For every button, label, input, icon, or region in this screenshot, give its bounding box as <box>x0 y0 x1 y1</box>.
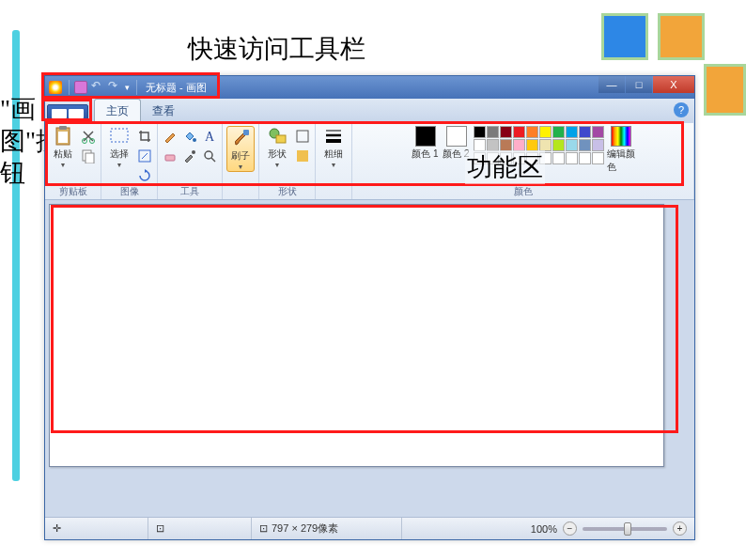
rotate-button[interactable] <box>136 167 153 184</box>
save-icon[interactable] <box>74 81 87 94</box>
brush-label: 刷子 <box>231 149 250 163</box>
color-swatch[interactable] <box>552 152 565 164</box>
tab-home[interactable]: 主页 <box>94 99 141 123</box>
file-icon <box>52 109 67 118</box>
brush-button[interactable]: 刷子 ▼ <box>226 126 255 172</box>
eraser-tool[interactable] <box>162 148 179 164</box>
group-label-colors: 颜色 <box>514 184 533 199</box>
copy-button[interactable] <box>80 148 97 164</box>
clipboard-icon <box>53 126 73 147</box>
zoom-slider[interactable] <box>583 527 667 531</box>
select-button[interactable]: 选择 ▼ <box>105 126 133 168</box>
dims-icon: ⊡ <box>259 522 268 535</box>
separator <box>136 80 137 95</box>
maximize-button[interactable]: □ <box>626 76 652 93</box>
drawing-canvas[interactable] <box>49 204 664 467</box>
color1-swatch <box>415 126 436 147</box>
pencil-tool[interactable] <box>162 128 179 145</box>
canvas-scroll-area[interactable] <box>45 200 694 517</box>
redo-icon[interactable] <box>108 81 121 94</box>
minimize-button[interactable]: — <box>598 76 625 93</box>
group-label-image: 图像 <box>120 184 139 199</box>
chevron-down-icon: ▼ <box>274 162 281 168</box>
window-title: 无标题 - 画图 <box>146 81 207 95</box>
annotation-ribbon: 功能区 <box>465 150 545 184</box>
color-swatch[interactable] <box>579 126 591 138</box>
resize-button[interactable] <box>136 148 153 164</box>
magnifier-tool[interactable] <box>201 148 218 164</box>
fill-tool[interactable] <box>181 128 198 145</box>
color-swatch[interactable] <box>513 126 525 138</box>
color-swatch[interactable] <box>579 152 591 164</box>
svg-point-9 <box>193 138 196 142</box>
color1-button[interactable]: 颜色 1 <box>412 126 440 161</box>
chevron-down-icon: ▼ <box>331 162 337 168</box>
text-tool[interactable]: A <box>201 128 218 145</box>
deco-square-orange-2 <box>704 64 746 116</box>
color-swatch[interactable] <box>566 126 578 138</box>
svg-rect-6 <box>85 153 94 163</box>
outline-button[interactable] <box>294 128 311 145</box>
paste-label: 粘贴 <box>54 148 72 161</box>
canvas-dimensions: 797 × 279像素 <box>272 521 338 536</box>
annotation-quick-access: 快速访问工具栏 <box>188 32 365 66</box>
app-icon[interactable] <box>49 81 62 94</box>
brush-icon <box>230 128 251 148</box>
paste-button[interactable]: 粘贴 ▼ <box>49 126 77 168</box>
help-button[interactable]: ? <box>674 102 689 117</box>
status-bar: ✛ ⊡ ⊡797 × 279像素 100% − + <box>45 517 694 539</box>
color-swatch[interactable] <box>500 126 512 138</box>
color-swatch[interactable] <box>592 139 604 151</box>
tab-bar: ▼ 主页 查看 ? <box>45 99 694 123</box>
color-swatch[interactable] <box>566 139 578 151</box>
ribbon: 粘贴 ▼ 剪贴板 选择 ▼ <box>45 123 694 200</box>
color1-label: 颜色 1 <box>412 148 438 161</box>
window-controls: — □ X <box>598 76 694 93</box>
tab-view[interactable]: 查看 <box>141 100 186 123</box>
color-swatch[interactable] <box>579 139 591 151</box>
zoom-level: 100% <box>531 523 557 535</box>
select-label: 选择 <box>110 148 129 161</box>
qat-dropdown-icon[interactable]: ▾ <box>125 83 130 92</box>
shapes-button[interactable]: 形状 ▼ <box>263 126 291 168</box>
undo-icon[interactable] <box>91 81 104 94</box>
color-swatch[interactable] <box>592 126 604 138</box>
deco-square-orange-1 <box>658 13 705 60</box>
size-icon <box>323 126 344 147</box>
picker-tool[interactable] <box>181 148 198 164</box>
selection-icon: ⊡ <box>156 522 164 535</box>
size-button[interactable]: 粗细 ▼ <box>319 126 348 168</box>
color-swatch[interactable] <box>539 126 552 138</box>
chevron-down-icon: ▼ <box>117 162 123 168</box>
crop-button[interactable] <box>136 128 153 145</box>
group-size: 粗细 ▼ <box>316 123 352 199</box>
file-menu-button[interactable]: ▼ <box>47 104 88 123</box>
svg-rect-16 <box>276 135 286 143</box>
edit-colors-button[interactable]: 编辑颜色 <box>607 126 635 174</box>
shapes-icon <box>267 126 288 147</box>
zoom-out-button[interactable]: − <box>563 521 577 536</box>
separator <box>69 80 70 95</box>
color-swatch[interactable] <box>526 126 538 138</box>
svg-point-13 <box>205 151 212 159</box>
svg-rect-17 <box>297 131 308 142</box>
cut-button[interactable] <box>80 128 97 145</box>
zoom-thumb[interactable] <box>624 522 631 536</box>
color-swatch[interactable] <box>487 126 499 138</box>
color-swatch[interactable] <box>566 152 578 164</box>
color-swatch[interactable] <box>552 126 565 138</box>
color-swatch[interactable] <box>474 126 486 138</box>
svg-rect-7 <box>111 129 128 142</box>
chevron-down-icon: ▼ <box>60 162 67 168</box>
zoom-in-button[interactable]: + <box>673 521 687 536</box>
color-swatch[interactable] <box>552 139 565 151</box>
color-swatch[interactable] <box>592 152 604 164</box>
fill-button[interactable] <box>294 148 311 164</box>
group-tools: A 工具 <box>158 123 223 199</box>
annotation-paint-button: "画图"按钮 <box>0 94 38 189</box>
svg-point-12 <box>192 150 195 154</box>
close-button[interactable]: X <box>653 76 694 93</box>
titlebar: ▾ 无标题 - 画图 — □ X <box>45 76 694 99</box>
group-label-tools: 工具 <box>180 184 199 199</box>
svg-rect-18 <box>297 150 308 162</box>
